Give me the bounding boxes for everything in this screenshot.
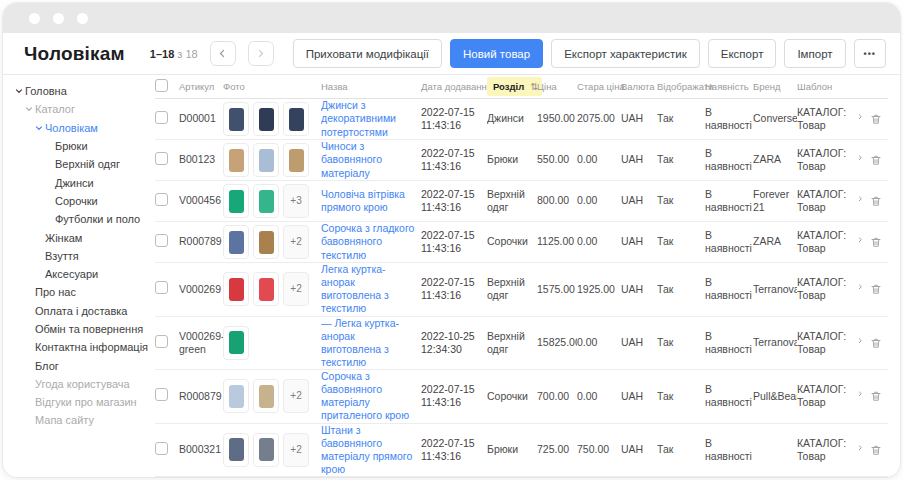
next-page-button[interactable] [248, 41, 274, 66]
export-characteristics-button[interactable]: Експорт характеристик [551, 39, 700, 68]
product-name-link[interactable]: Сорочка з бавовняного матеріалу притален… [321, 370, 415, 423]
brand-cell: Pull&Bear [753, 390, 797, 403]
more-photos-badge[interactable]: +2 [283, 225, 309, 259]
product-photo[interactable] [253, 184, 279, 218]
row-checkbox[interactable] [155, 111, 168, 124]
sidebar-item-sitemap[interactable]: Мапа сайту [3, 411, 155, 429]
date-added-cell: 2022-10-25 12:34:30 [421, 330, 487, 356]
garment-image [229, 231, 244, 254]
sidebar-item-about[interactable]: Про нас [3, 283, 155, 301]
delete-trash-icon[interactable] [870, 283, 882, 295]
select-all-checkbox[interactable] [155, 79, 168, 92]
column-header-section[interactable]: Розділ⇅ [487, 77, 537, 97]
sidebar-item-label: Сорочки [55, 195, 98, 207]
product-name-link[interactable]: Легка куртка-анорак виготовлена з тексти… [321, 263, 415, 316]
sidebar-item-outerwear[interactable]: Верхній одяг [3, 155, 155, 173]
availability-cell: В наявності [705, 276, 753, 302]
product-photo[interactable] [253, 143, 279, 177]
edit-pencil-icon[interactable] [859, 154, 863, 166]
row-checkbox[interactable] [155, 335, 168, 348]
sidebar-item-store-reviews[interactable]: Відгуки про магазин [3, 393, 155, 411]
sidebar-item-exchange-return[interactable]: Обмін та повернення [3, 320, 155, 338]
old-price-cell: 2075.00 [577, 112, 621, 125]
sidebar-item-women[interactable]: Жінкам [3, 228, 155, 246]
page-title: Чоловікам [24, 43, 125, 65]
sku-cell: R000879 [179, 390, 223, 403]
edit-pencil-icon[interactable] [859, 390, 863, 402]
chevron-down-icon[interactable] [35, 124, 45, 132]
import-button[interactable]: Імпорт [784, 39, 845, 68]
row-checkbox[interactable] [155, 388, 168, 401]
row-checkbox[interactable] [155, 152, 168, 165]
product-name-link[interactable]: Штани з бавовняного матеріалу прямого кр… [321, 424, 415, 477]
row-checkbox[interactable] [155, 442, 168, 455]
more-photos-badge[interactable]: +2 [283, 433, 309, 467]
delete-trash-icon[interactable] [870, 390, 882, 402]
product-photo[interactable] [253, 379, 279, 413]
sidebar-item-home[interactable]: Головна [3, 82, 155, 100]
product-photo[interactable] [223, 143, 249, 177]
product-photo[interactable] [223, 102, 249, 136]
sidebar-item-blog[interactable]: Блог [3, 356, 155, 374]
product-photo[interactable] [253, 433, 279, 467]
more-photos-badge[interactable]: +2 [283, 379, 309, 413]
delete-trash-icon[interactable] [870, 337, 882, 349]
product-photo[interactable] [223, 433, 249, 467]
sidebar-item-contacts[interactable]: Контактна інформація [3, 338, 155, 356]
sidebar-item-user-agreement[interactable]: Угода користувача [3, 375, 155, 393]
sidebar-item-shirts[interactable]: Сорочки [3, 192, 155, 210]
delete-trash-icon[interactable] [870, 444, 882, 456]
chevron-down-icon[interactable] [15, 87, 25, 95]
prev-page-button[interactable] [210, 41, 236, 66]
edit-pencil-icon[interactable] [859, 337, 863, 349]
edit-pencil-icon[interactable] [859, 444, 863, 456]
export-button[interactable]: Експорт [708, 39, 777, 68]
more-photos-badge[interactable]: +2 [283, 272, 309, 306]
delete-trash-icon[interactable] [870, 195, 882, 207]
product-photo[interactable] [253, 102, 279, 136]
sidebar-item-jeans[interactable]: Джинси [3, 173, 155, 191]
product-photo[interactable] [223, 225, 249, 259]
delete-trash-icon[interactable] [870, 236, 882, 248]
name-cell: Легка куртка-анорак виготовлена з тексти… [321, 263, 421, 316]
section-cell: Сорочки [487, 235, 537, 248]
new-product-button[interactable]: Новий товар [450, 39, 543, 68]
sidebar-item-label: Брюки [55, 140, 88, 152]
row-checkbox[interactable] [155, 193, 168, 206]
product-photo[interactable] [223, 272, 249, 306]
product-photo[interactable] [283, 143, 309, 177]
product-photo[interactable] [223, 326, 249, 360]
product-name-link[interactable]: Чиноси з бавовняного матеріалу [321, 140, 415, 179]
price-cell: 1950.00 [537, 112, 577, 125]
sidebar-item-accessories[interactable]: Аксесуари [3, 265, 155, 283]
hide-modifications-button[interactable]: Приховати модифікації [293, 39, 442, 68]
product-name-link[interactable]: Джинси з декоративними потертостями [321, 99, 415, 138]
edit-pencil-icon[interactable] [859, 236, 863, 248]
row-checkbox[interactable] [155, 234, 168, 247]
delete-trash-icon[interactable] [870, 154, 882, 166]
edit-pencil-icon[interactable] [859, 113, 863, 125]
chevron-down-icon[interactable] [25, 105, 35, 113]
more-actions-button[interactable]: ••• [854, 39, 886, 68]
old-price-cell: 0.00 [577, 336, 621, 349]
edit-pencil-icon[interactable] [859, 195, 863, 207]
sidebar-item-catalog[interactable]: Каталог [3, 100, 155, 118]
product-name-link[interactable]: Сорочка з гладкого бавовняного текстилю [321, 222, 415, 261]
sidebar-item-men[interactable]: Чоловікам [3, 119, 155, 137]
product-photo[interactable] [223, 379, 249, 413]
product-photo[interactable] [283, 102, 309, 136]
edit-pencil-icon[interactable] [859, 283, 863, 295]
column-header-template: Шаблон [797, 81, 859, 93]
sidebar-item-tshirts-polo[interactable]: Футболки и поло [3, 210, 155, 228]
sidebar-item-payment-delivery[interactable]: Оплата і доставка [3, 302, 155, 320]
more-photos-badge[interactable]: +3 [283, 184, 309, 218]
sidebar-item-shoes[interactable]: Взуття [3, 247, 155, 265]
product-photo[interactable] [253, 272, 279, 306]
delete-trash-icon[interactable] [870, 113, 882, 125]
row-checkbox[interactable] [155, 281, 168, 294]
product-photo[interactable] [223, 184, 249, 218]
sidebar-item-pants[interactable]: Брюки [3, 137, 155, 155]
product-name-link[interactable]: Чоловіча вітрівка прямого крою [321, 188, 415, 214]
product-name-link[interactable]: — Легка куртка-анорак виготовлена з текс… [321, 317, 415, 370]
product-photo[interactable] [253, 225, 279, 259]
